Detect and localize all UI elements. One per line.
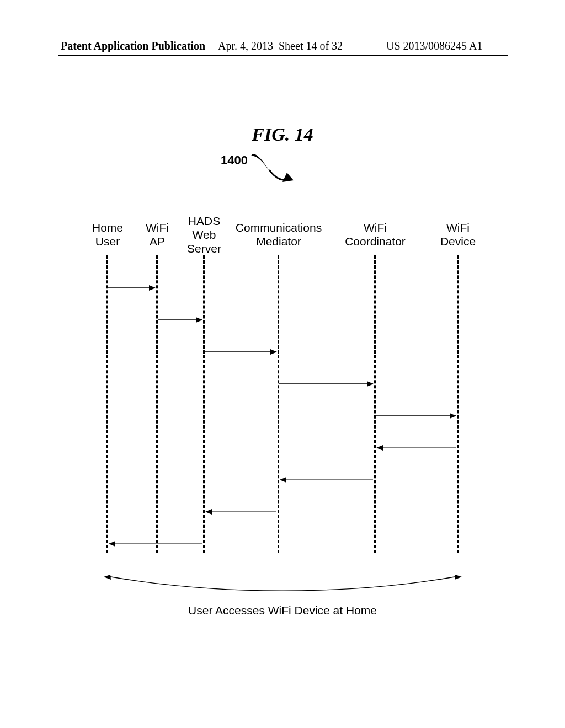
- span-curve: [108, 576, 458, 591]
- diagram-caption: User Accesses WiFi Device at Home: [0, 604, 565, 617]
- span-arrow-right-icon: [455, 575, 462, 580]
- sequence-arrows: [0, 0, 565, 728]
- span-arrow-left-icon: [104, 575, 111, 580]
